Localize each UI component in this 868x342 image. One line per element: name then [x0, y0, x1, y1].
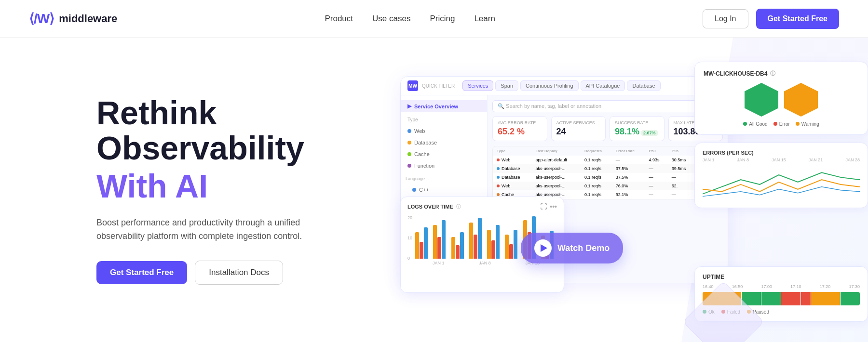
bar-group-5 [487, 225, 503, 259]
hero-cta-secondary[interactable]: Installation Docs [195, 261, 283, 285]
col-requests: Requests [581, 146, 612, 156]
sidebar-language-label: Language [406, 176, 482, 181]
sidebar-type-web[interactable]: Web [401, 125, 487, 137]
nav-pricing[interactable]: Pricing [430, 14, 455, 23]
col-deploy: Last Deploy [531, 146, 581, 156]
metric-label-error: AVG ERROR RATE [498, 120, 542, 125]
dashboard-logo: MW [407, 80, 418, 91]
logs-expand-icon[interactable]: ⛶ [540, 203, 547, 210]
hero-cta-primary[interactable]: Get Started Free [96, 261, 187, 284]
uptime-seg-4 [781, 292, 800, 305]
logo-icon: ⟨/W⟩ [29, 11, 54, 26]
bar-group-1 [415, 227, 431, 259]
uptime-seg-6 [811, 292, 840, 305]
hero-visuals: MW QUICK FILTER Services Span Continuous… [386, 47, 868, 342]
play-button[interactable] [534, 239, 552, 257]
mini-services-table: Type Last Deploy Requests Error Rate P50… [492, 146, 723, 199]
col-type: Type [493, 146, 531, 156]
hex-orange [784, 83, 818, 117]
error-chart-card: ERRORS (PER SEC) JAN 1 JAN 8 JAN 15 JAN … [694, 143, 868, 208]
lang-cpp-dot [412, 188, 416, 192]
server-hexagons [704, 83, 859, 117]
dashboard-metrics: AVG ERROR RATE 65.2 % ACTIVE SERVICES 24… [492, 116, 723, 141]
dashboard-search[interactable]: 🔍 Search by name, tag, label or annotati… [492, 100, 723, 112]
watch-demo-label: Watch Demo [557, 243, 610, 253]
watch-demo-overlay[interactable]: Watch Demo [521, 233, 623, 263]
tab-services[interactable]: Services [462, 80, 493, 91]
uptime-seg-5 [801, 292, 811, 305]
navbar: ⟨/W⟩ middleware Product Use cases Pricin… [0, 0, 868, 38]
legend-warning: Warning [796, 121, 819, 127]
error-chart-title: ERRORS (PER SEC) [703, 150, 860, 156]
sidebar-type-function[interactable]: Function [401, 160, 487, 171]
type-web-dot [407, 129, 411, 133]
server-title: MW-CLICKHOUSE-DB4 ⓘ [704, 70, 859, 77]
uptime-seg-7 [841, 292, 860, 305]
metric-value-active: 24 [556, 127, 601, 137]
navbar-actions: Log In Get Started Free [703, 9, 839, 29]
sidebar-type-label: Type [401, 112, 487, 125]
bar-group-2 [433, 220, 449, 259]
dashboard-tabs: Services Span Continuous Profiling API C… [462, 80, 721, 91]
type-fn-dot [407, 164, 411, 168]
right-panel: MW-CLICKHOUSE-DB4 ⓘ All Good Error Warni… [694, 62, 868, 208]
sidebar-type-cache[interactable]: Cache [401, 148, 487, 160]
hero-buttons: Get Started Free Installation Docs [96, 261, 318, 285]
table-row: Web aks-userpool-... 0.1 req/s 76.0% — 6… [493, 182, 722, 190]
dashboard-header: MW QUICK FILTER Services Span Continuous… [401, 77, 728, 95]
tab-database[interactable]: Database [627, 80, 660, 91]
table-row: Database aks-userpool-... 0.1 req/s 37.5… [493, 173, 722, 182]
error-time-labels: JAN 1 JAN 8 JAN 15 JAN 21 JAN 28 [703, 158, 860, 162]
tab-profiling[interactable]: Continuous Profiling [520, 80, 578, 91]
sidebar-service-overview[interactable]: ▶ Service Overview [401, 100, 487, 112]
brand-name: middleware [59, 13, 117, 25]
hero-section: Rethink Observability With AI Boost perf… [0, 38, 868, 342]
server-info-icon: ⓘ [770, 70, 775, 77]
server-legend: All Good Error Warning [704, 121, 859, 127]
login-button[interactable]: Log In [703, 9, 748, 28]
hex-green [745, 83, 778, 117]
hero-description: Boost performance and productivity throu… [96, 216, 318, 244]
logs-more-icon[interactable]: ••• [550, 203, 557, 210]
nav-use-cases[interactable]: Use cases [372, 14, 410, 23]
hero-text: Rethink Observability With AI Boost perf… [96, 66, 318, 285]
logs-chart-title: LOGS OVER TIME ⓘ ⛶ ••• [407, 203, 557, 210]
logs-info-icon: ⓘ [456, 203, 461, 210]
tab-span[interactable]: Span [495, 80, 518, 91]
server-card: MW-CLICKHOUSE-DB4 ⓘ All Good Error Warni… [694, 62, 868, 135]
table-row: Web app-alert-default 0.1 req/s — 4.93s … [493, 156, 722, 164]
logs-y-labels: 20100 [407, 215, 412, 268]
metric-label-active: ACTIVE SERVICES [556, 120, 601, 125]
metric-success-rate: SUCCESS RATE 98.1%2.67% [610, 116, 665, 141]
legend-all-good: All Good [743, 121, 767, 127]
sidebar-lang-cpp[interactable]: C++ [406, 184, 482, 196]
col-p50: P50 [645, 146, 667, 156]
col-error: Error Rate [612, 146, 645, 156]
uptime-seg-3 [761, 292, 781, 305]
nav-learn[interactable]: Learn [474, 14, 495, 23]
type-db-dot [407, 141, 411, 145]
nav-product[interactable]: Product [325, 14, 353, 23]
hero-title-ai: With AI [96, 168, 318, 204]
type-cache-dot [407, 152, 411, 156]
logo-area: ⟨/W⟩ middleware [29, 11, 117, 26]
col-p95: P95 [668, 146, 695, 156]
metric-value-success: 98.1%2.67% [615, 127, 659, 137]
sidebar-arrow-icon: ▶ [407, 103, 411, 109]
hero-title-line1: Rethink Observability [96, 95, 318, 166]
sidebar-type-database[interactable]: Database [401, 137, 487, 148]
metric-active-services: ACTIVE SERVICES 24 [551, 116, 606, 141]
get-started-button[interactable]: Get Started Free [756, 9, 839, 29]
quick-filter-label: QUICK FILTER [422, 83, 455, 89]
table-row: Database aks-userpool-... 0.1 req/s 37.5… [493, 164, 722, 173]
nav-links: Product Use cases Pricing Learn [325, 14, 495, 24]
bar-group-3 [451, 232, 467, 259]
metric-value-error: 65.2 % [498, 127, 542, 137]
bar-group-4 [469, 218, 485, 259]
bar-group-6 [505, 230, 521, 259]
legend-error: Error [773, 121, 790, 127]
play-icon [541, 244, 547, 252]
tab-api[interactable]: API Catalogue [581, 80, 625, 91]
metric-avg-error-rate: AVG ERROR RATE 65.2 % [492, 116, 547, 141]
uptime-title: UPTIME [703, 274, 860, 280]
